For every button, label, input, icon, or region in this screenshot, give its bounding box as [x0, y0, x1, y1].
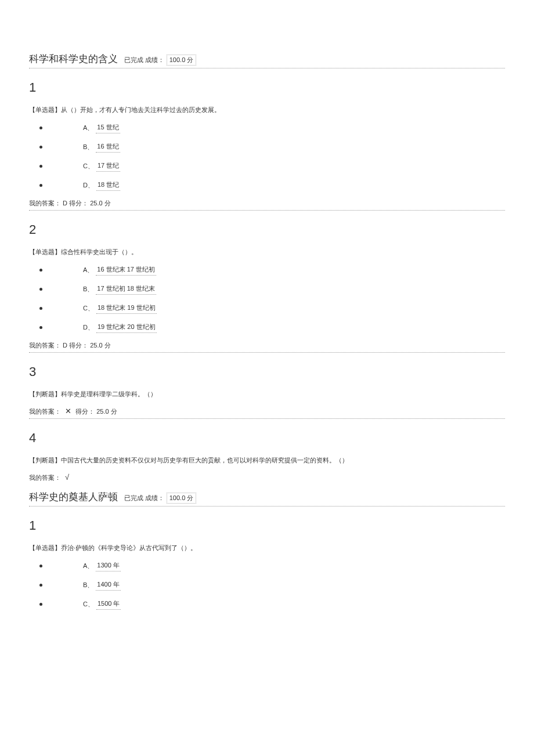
- answer-value: D: [63, 342, 67, 349]
- answer-value: D: [63, 200, 67, 207]
- section-status: 已完成 成绩：: [124, 56, 164, 63]
- score-value: 100.0: [169, 494, 186, 501]
- option-text: 17 世纪初 18 世纪末: [96, 284, 156, 295]
- option-letter: B、: [83, 581, 93, 589]
- option-row: B、 16 世纪: [39, 142, 505, 153]
- option-text: 1500 年: [96, 599, 121, 610]
- option-row: A、 1300 年: [39, 560, 505, 571]
- question-options: A、 1300 年 B、 1400 年 C、 1500 年: [29, 560, 505, 610]
- answer-value: √: [65, 473, 69, 482]
- question-number: 3: [29, 364, 505, 379]
- option-text: 17 世纪: [96, 161, 120, 172]
- option-text: 19 世纪末 20 世纪初: [96, 322, 157, 333]
- option-row: D、 18 世纪: [39, 180, 505, 191]
- answer-score-label: 得分：: [69, 342, 88, 349]
- section-title: 科学和科学史的含义: [29, 52, 118, 66]
- option-row: A、 15 世纪: [39, 122, 505, 133]
- question-prompt: 【单选题】综合性科学史出现于（）。: [29, 248, 505, 256]
- bullet-icon: [39, 126, 42, 129]
- option-letter: C、: [83, 162, 94, 171]
- answer-score-label: 得分：: [75, 408, 95, 415]
- question-prompt: 【单选题】从（）开始，才有人专门地去关注科学过去的历史发展。: [29, 106, 505, 114]
- option-row: C、 18 世纪末 19 世纪初: [39, 303, 505, 314]
- answer-score: 25.0: [90, 342, 102, 349]
- option-text: 18 世纪: [96, 180, 120, 191]
- option-letter: D、: [83, 323, 94, 332]
- score-unit: 分: [187, 56, 193, 63]
- question-options: A、 15 世纪 B、 16 世纪 C、 17 世纪 D、 18 世纪: [29, 122, 505, 191]
- option-letter: A、: [83, 124, 93, 132]
- section-title: 科学史的奠基人萨顿: [29, 490, 118, 504]
- option-letter: B、: [83, 285, 93, 294]
- question-prompt: 【判断题】科学史是理科理学二级学科。（）: [29, 390, 505, 399]
- answer-prefix: 我的答案：: [29, 408, 61, 415]
- option-text: 1400 年: [96, 580, 121, 591]
- bullet-icon: [39, 565, 42, 567]
- option-text: 16 世纪: [96, 142, 120, 153]
- section-status: 已完成 成绩：: [124, 494, 164, 501]
- option-letter: C、: [83, 304, 94, 313]
- option-text: 15 世纪: [96, 122, 120, 133]
- bullet-icon: [39, 269, 42, 272]
- answer-line: 我的答案： D 得分： 25.0 分: [29, 199, 505, 211]
- option-letter: B、: [83, 143, 93, 151]
- question-number: 1: [29, 518, 505, 533]
- option-letter: C、: [83, 600, 94, 609]
- option-row: B、 1400 年: [39, 580, 505, 591]
- bullet-icon: [39, 146, 42, 149]
- section-score: 100.0 分: [167, 55, 197, 66]
- bullet-icon: [39, 584, 42, 587]
- option-letter: A、: [83, 562, 93, 570]
- answer-prefix: 我的答案：: [29, 474, 61, 481]
- option-row: A、 16 世纪末 17 世纪初: [39, 265, 505, 276]
- bullet-icon: [39, 326, 42, 329]
- question-number: 1: [29, 80, 505, 95]
- answer-score-label: 得分：: [69, 200, 88, 207]
- section-header: 科学和科学史的含义 已完成 成绩： 100.0 分: [29, 52, 505, 68]
- bullet-icon: [39, 307, 42, 310]
- answer-score-unit: 分: [104, 200, 111, 207]
- question-number: 4: [29, 431, 505, 446]
- answer-line: 我的答案： D 得分： 25.0 分: [29, 341, 505, 353]
- bullet-icon: [39, 288, 42, 291]
- question-prompt: 【判断题】中国古代大量的历史资料不仅仅对与历史学有巨大的贡献，也可以对科学的研究…: [29, 456, 505, 465]
- option-text: 16 世纪末 17 世纪初: [96, 265, 156, 276]
- option-row: C、 1500 年: [39, 599, 505, 610]
- answer-value: ✕: [65, 407, 71, 415]
- answer-prefix: 我的答案：: [29, 342, 61, 349]
- answer-score: 25.0: [90, 200, 102, 207]
- section-header: 科学史的奠基人萨顿 已完成 成绩： 100.0 分: [29, 490, 505, 507]
- answer-score-unit: 分: [111, 408, 117, 415]
- bullet-icon: [39, 184, 42, 187]
- option-letter: D、: [83, 181, 94, 190]
- option-row: B、 17 世纪初 18 世纪末: [39, 284, 505, 295]
- answer-prefix: 我的答案：: [29, 200, 61, 207]
- option-row: D、 19 世纪末 20 世纪初: [39, 322, 505, 333]
- question-options: A、 16 世纪末 17 世纪初 B、 17 世纪初 18 世纪末 C、 18 …: [29, 265, 505, 333]
- answer-line: 我的答案： √: [29, 473, 505, 482]
- option-text: 18 世纪末 19 世纪初: [96, 303, 157, 314]
- option-row: C、 17 世纪: [39, 161, 505, 172]
- answer-score-unit: 分: [104, 342, 111, 349]
- question-number: 2: [29, 222, 505, 237]
- option-letter: A、: [83, 266, 93, 274]
- section-score: 100.0 分: [167, 493, 197, 504]
- bullet-icon: [39, 603, 42, 606]
- answer-line: 我的答案： ✕ 得分： 25.0 分: [29, 407, 505, 419]
- question-prompt: 【单选题】乔治·萨顿的《科学史导论》从古代写到了（）。: [29, 544, 505, 552]
- score-unit: 分: [187, 494, 193, 501]
- option-text: 1300 年: [96, 560, 121, 571]
- answer-score: 25.0: [96, 408, 109, 415]
- score-value: 100.0: [169, 56, 186, 63]
- bullet-icon: [39, 165, 42, 168]
